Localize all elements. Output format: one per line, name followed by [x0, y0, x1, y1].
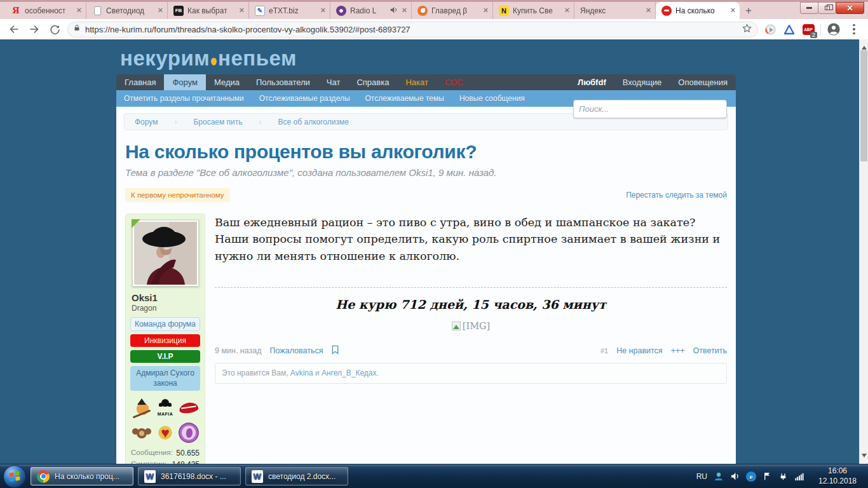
browser-tab[interactable]: Светодиод ✕: [86, 2, 168, 19]
post-footer: 9 мин. назад Пожаловаться #1 Не нравится…: [215, 345, 727, 356]
site-logo[interactable]: некуримнепьем: [116, 39, 736, 74]
e-app-tray-icon[interactable]: e: [746, 471, 756, 482]
nav-item-chat[interactable]: Чат: [318, 74, 349, 90]
nav-item-users[interactable]: Пользователи: [248, 74, 318, 90]
lock-icon: [73, 24, 81, 35]
url-text[interactable]: https://ne-kurim.ru/forum/threads/na-sko…: [85, 25, 737, 34]
browser-tab[interactable]: особенност ✕: [5, 2, 86, 19]
breadcrumb-separator-icon: ›: [174, 118, 177, 126]
bookmark-star-icon[interactable]: [742, 23, 752, 36]
nav-username[interactable]: Любfdf: [569, 74, 614, 90]
nav-item-forum[interactable]: Форум: [164, 74, 206, 90]
taskbar-chrome-button[interactable]: На сколько проц...: [31, 467, 133, 485]
browser-scrollbar[interactable]: [859, 39, 868, 464]
antivirus-tray-icon[interactable]: [714, 471, 724, 482]
browser-tab[interactable]: Как выбрат ✕: [168, 2, 249, 19]
signature-text: Не курю 712 дней, 15 часов, 36 минут: [215, 297, 727, 311]
nav-item-nakat[interactable]: Накат: [397, 74, 437, 90]
minimize-button[interactable]: [800, 2, 818, 14]
tab-close-icon[interactable]: ✕: [730, 6, 736, 15]
liker-link[interactable]: Ангел_В_Кедах: [322, 369, 376, 377]
reload-button[interactable]: [47, 22, 62, 37]
nekurim-icon: [661, 6, 672, 16]
safely-remove-icon[interactable]: [778, 471, 788, 481]
tab-close-icon[interactable]: ✕: [158, 6, 163, 15]
nav-inbox[interactable]: Входящие: [614, 74, 670, 90]
mafia-award-icon: [155, 398, 175, 418]
plus-link[interactable]: +++: [671, 346, 685, 355]
author-name[interactable]: Oksi1: [130, 292, 200, 303]
nav-item-sos[interactable]: СОС: [437, 74, 471, 90]
bookmark-icon[interactable]: [331, 345, 339, 356]
tray-time: 16:06: [813, 466, 862, 477]
back-button[interactable]: [6, 22, 22, 37]
tray-clock[interactable]: 16:06 12.10.2018: [813, 466, 862, 486]
browser-tab[interactable]: eTXT.biz ✕: [249, 2, 330, 19]
scrollbar-thumb[interactable]: [860, 50, 867, 161]
browser-tab[interactable]: Купить Све ✕: [493, 2, 574, 19]
browser-tab-active[interactable]: На сколько ✕: [656, 2, 740, 19]
adblock-plus-icon[interactable]: ABP 2: [801, 22, 815, 36]
browser-tab[interactable]: Главред β ✕: [412, 2, 493, 19]
profile-avatar-icon[interactable]: [826, 22, 841, 37]
post-number[interactable]: #1: [600, 347, 608, 355]
close-button[interactable]: ✕: [836, 2, 864, 14]
post-main: Ваш ежедневный рацион – это пиво с утра,…: [215, 214, 727, 384]
nav-item-help[interactable]: Справка: [348, 74, 397, 90]
scrollbar-up-icon[interactable]: [862, 43, 867, 50]
messages-count: 50.655: [176, 449, 200, 458]
tab-close-icon[interactable]: ✕: [402, 6, 407, 15]
nav-item-glavnaya[interactable]: Главная: [116, 74, 164, 90]
browser-menu-icon[interactable]: [846, 22, 862, 37]
subnav-new-posts[interactable]: Новые сообщения: [452, 94, 532, 103]
extension-media-icon[interactable]: [763, 22, 777, 36]
new-tab-button[interactable]: +: [740, 2, 757, 19]
browser-tab[interactable]: Яндекс ✕: [574, 2, 656, 19]
breadcrumb-alcoholism[interactable]: Все об алкоголизме: [278, 118, 349, 126]
report-link[interactable]: Пожаловаться: [270, 346, 323, 355]
action-center-flag-icon[interactable]: [763, 471, 772, 481]
cheburashka-award-icon: [132, 423, 152, 443]
url-bar[interactable]: https://ne-kurim.ru/forum/threads/na-sko…: [67, 22, 758, 37]
unfollow-link[interactable]: Перестать следить за темой: [626, 191, 727, 200]
liker-link[interactable]: Avkina: [290, 369, 313, 377]
logo-drop-icon: [211, 58, 217, 65]
badge-admiral: Адмирал Сухого закона: [130, 366, 200, 391]
restore-button[interactable]: [818, 2, 836, 14]
tab-close-icon[interactable]: ✕: [239, 6, 245, 15]
network-signal-icon[interactable]: [794, 471, 804, 481]
dislike-link[interactable]: Не нравится: [616, 346, 663, 355]
taskbar-word-button-1[interactable]: 36176198.docx - ...: [138, 467, 241, 485]
toolbar-divider: [820, 24, 821, 35]
avatar[interactable]: [132, 220, 199, 287]
tab-close-icon[interactable]: ✕: [76, 6, 82, 15]
subnav-mark-read[interactable]: Отметить разделы прочитанными: [116, 94, 252, 103]
taskbar-word-button-2[interactable]: светодиод 2.docx...: [245, 467, 348, 485]
tab-close-icon[interactable]: ✕: [564, 6, 570, 15]
post-time[interactable]: 9 мин. назад: [215, 346, 262, 355]
glavred-icon: [417, 6, 428, 16]
nav-alerts[interactable]: Оповещения: [670, 74, 736, 90]
browser-tab[interactable]: Radio L ✕: [330, 2, 412, 19]
volume-icon[interactable]: [730, 471, 740, 481]
tab-close-icon[interactable]: ✕: [646, 6, 651, 15]
forum-column: некуримнепьем Главная Форум Медиа Пользо…: [116, 39, 736, 464]
close-icon: ✕: [846, 4, 853, 13]
search-input[interactable]: [573, 100, 727, 118]
extension-triangle-icon[interactable]: [782, 22, 796, 36]
reply-link[interactable]: Ответить: [693, 346, 727, 355]
scrollbar-down-icon[interactable]: [862, 454, 867, 460]
forward-button[interactable]: [27, 22, 42, 37]
nav-item-media[interactable]: Медиа: [206, 74, 248, 90]
subnav-watched-forums[interactable]: Отслеживаемые разделы: [252, 94, 358, 103]
first-unread-button[interactable]: К первому непрочитанному: [125, 188, 230, 202]
start-button[interactable]: [3, 465, 26, 488]
tab-close-icon[interactable]: ✕: [320, 6, 326, 15]
breadcrumb-forum[interactable]: Форум: [135, 118, 158, 126]
subnav-watched-threads[interactable]: Отслеживаемые темы: [358, 94, 452, 103]
breadcrumb-quit-drinking[interactable]: Бросаем пить: [193, 118, 242, 126]
language-indicator[interactable]: RU: [696, 472, 707, 481]
tab-audio-icon[interactable]: [390, 6, 398, 16]
thread-subtitle: Тема в разделе "Все об алкоголизме", соз…: [125, 167, 727, 178]
tab-close-icon[interactable]: ✕: [483, 6, 489, 15]
